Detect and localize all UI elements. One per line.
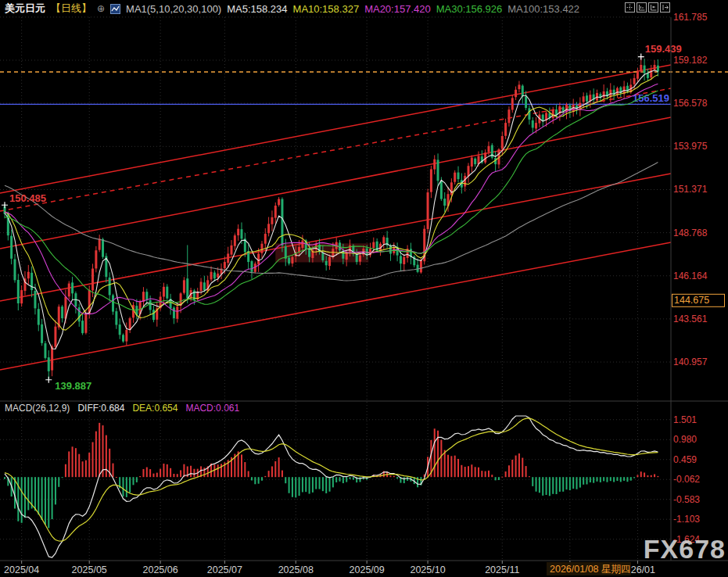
swing-annotations: 150.485139.887159.439 [2, 43, 682, 392]
svg-text:140.957: 140.957 [673, 357, 708, 367]
svg-text:-0.583: -0.583 [673, 494, 700, 505]
svg-text:2026/01/08 星期四: 2026/01/08 星期四 [550, 564, 631, 575]
svg-text:144.675: 144.675 [674, 295, 709, 306]
svg-text:FX678: FX678 [644, 534, 726, 564]
watermark: FX678 [644, 534, 726, 564]
svg-text:156.578: 156.578 [673, 98, 708, 109]
svg-text:161.785: 161.785 [673, 12, 708, 23]
svg-text:159.182: 159.182 [673, 55, 708, 66]
svg-text:2025/11: 2025/11 [485, 564, 519, 575]
svg-text:0.980: 0.980 [673, 434, 697, 445]
svg-text:2025/06: 2025/06 [143, 564, 178, 575]
svg-text:-0.062: -0.062 [673, 474, 700, 485]
svg-text:148.768: 148.768 [673, 228, 708, 238]
svg-text:2025/04: 2025/04 [4, 564, 39, 575]
svg-text:2025/05: 2025/05 [72, 564, 107, 575]
macd-histogram [4, 423, 658, 529]
ma30-line [5, 91, 658, 310]
svg-text:143.561: 143.561 [673, 314, 708, 324]
svg-text:139.887: 139.887 [55, 380, 91, 392]
support-line: 156.519 [0, 92, 671, 104]
svg-text:2025/10: 2025/10 [410, 564, 445, 575]
svg-text:159.439: 159.439 [645, 43, 682, 55]
x-axis: 2025/042025/052025/062025/072025/082025/… [4, 561, 655, 575]
price-axis-labels: 161.785159.182156.578153.975151.371148.7… [672, 12, 725, 367]
svg-text:2025/07: 2025/07 [207, 564, 242, 575]
svg-text:153.975: 153.975 [673, 141, 708, 152]
svg-text:156.519: 156.519 [633, 92, 669, 104]
svg-text:2025/09: 2025/09 [350, 564, 385, 575]
chart-canvas[interactable]: 156.519150.485139.887159.439161.785159.1… [0, 0, 728, 577]
svg-text:150.485: 150.485 [9, 192, 46, 204]
svg-text:-1.103: -1.103 [673, 514, 700, 525]
svg-text:0.459: 0.459 [673, 454, 697, 465]
macd-axis-labels: 1.5010.9800.459-0.062-0.583-1.103-1.624 [673, 414, 700, 545]
svg-text:2025/08: 2025/08 [278, 564, 314, 575]
svg-text:1.501: 1.501 [673, 414, 697, 425]
trading-terminal: 美元日元 【日线】 ⊕ MA1(5,10,20,30,100) MA5:158.… [0, 0, 728, 577]
svg-text:151.371: 151.371 [673, 184, 708, 195]
svg-text:146.164: 146.164 [673, 271, 708, 281]
